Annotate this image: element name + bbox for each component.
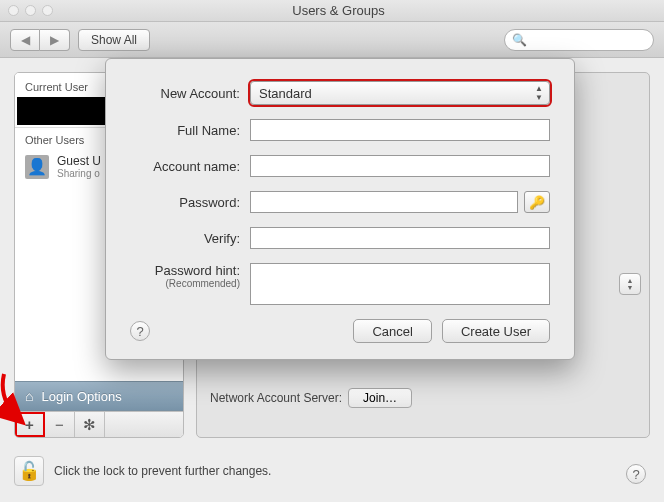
network-account-line: Network Account Server: Join… — [210, 388, 412, 408]
guest-user-sub: Sharing o — [57, 168, 101, 179]
full-name-label: Full Name: — [130, 123, 250, 138]
action-menu-button[interactable]: ✻ — [75, 412, 105, 437]
lock-button[interactable]: 🔓 — [14, 456, 44, 486]
login-options-row[interactable]: ⌂ Login Options — [15, 381, 183, 411]
password-key-button[interactable]: 🔑 — [524, 191, 550, 213]
lock-open-icon: 🔓 — [18, 460, 40, 482]
hint-label-text: Password hint: — [155, 263, 240, 278]
annotation-arrow — [0, 370, 36, 433]
full-name-input[interactable] — [250, 119, 550, 141]
search-icon: 🔍 — [512, 33, 527, 47]
login-options-label: Login Options — [41, 389, 121, 404]
cancel-button[interactable]: Cancel — [353, 319, 431, 343]
sidebar-toolbar: + − ✻ — [15, 411, 183, 437]
join-button[interactable]: Join… — [348, 388, 412, 408]
create-user-button[interactable]: Create User — [442, 319, 550, 343]
forward-button[interactable]: ▶ — [40, 29, 70, 51]
back-button[interactable]: ◀ — [10, 29, 40, 51]
verify-input[interactable] — [250, 227, 550, 249]
toolbar: ◀ ▶ Show All 🔍 — [0, 22, 664, 58]
guest-user-name: Guest U — [57, 154, 101, 168]
window-title: Users & Groups — [13, 3, 664, 18]
hint-label: Password hint: (Recommended) — [130, 263, 250, 289]
account-name-label: Account name: — [130, 159, 250, 174]
show-all-button[interactable]: Show All — [78, 29, 150, 51]
stepper-icon[interactable]: ▲▼ — [619, 273, 641, 295]
guest-user-info: Guest U Sharing o — [57, 154, 101, 179]
avatar-icon: 👤 — [25, 155, 49, 179]
hint-recommended: (Recommended) — [130, 278, 240, 289]
account-name-input[interactable] — [250, 155, 550, 177]
remove-user-button[interactable]: − — [45, 412, 75, 437]
password-input[interactable] — [250, 191, 518, 213]
new-account-label: New Account: — [130, 86, 250, 101]
chevron-updown-icon: ▲▼ — [533, 84, 545, 102]
lock-footer: 🔓 Click the lock to prevent further chan… — [14, 456, 271, 486]
sheet-help-button[interactable]: ? — [130, 321, 150, 341]
lock-text: Click the lock to prevent further change… — [54, 464, 271, 478]
password-hint-input[interactable] — [250, 263, 550, 305]
network-account-label: Network Account Server: — [210, 391, 342, 405]
search-container: 🔍 — [504, 29, 654, 51]
help-button[interactable]: ? — [626, 464, 646, 484]
account-type-select[interactable]: Standard ▲▼ — [250, 81, 550, 105]
titlebar: Users & Groups — [0, 0, 664, 22]
new-account-sheet: New Account: Standard ▲▼ Full Name: Acco… — [105, 58, 575, 360]
account-type-value: Standard — [259, 86, 312, 101]
password-label: Password: — [130, 195, 250, 210]
nav-group: ◀ ▶ — [10, 29, 70, 51]
key-icon: 🔑 — [529, 195, 545, 210]
verify-label: Verify: — [130, 231, 250, 246]
